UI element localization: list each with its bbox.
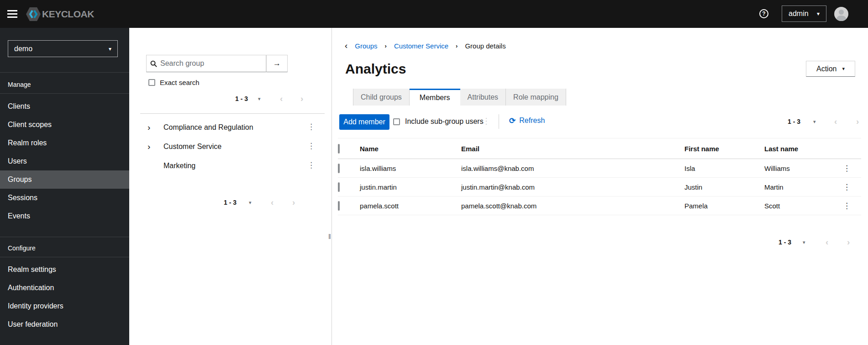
realm-select-value: demo [14,45,32,53]
select-all-checkbox[interactable] [338,144,340,154]
user-dropdown[interactable]: admin ▾ [782,5,826,22]
page-range[interactable]: 1 - 3 [224,199,237,206]
kebab-menu-icon[interactable]: ⋮ [307,123,315,131]
next-page-button[interactable]: › [856,117,859,126]
add-member-button[interactable]: Add member [339,114,389,130]
refresh-button[interactable]: ⟳ Refresh [509,117,545,125]
member-email: pamela.scott@knab.com [461,196,684,215]
chevron-down-icon[interactable]: ▾ [258,96,261,102]
group-name[interactable]: Customer Service [163,142,221,152]
page-range[interactable]: 1 - 3 [779,239,791,246]
kebab-menu-icon[interactable]: ⋮ [307,142,315,150]
sidebar-item-user-federation[interactable]: User federation [0,315,129,334]
kebab-menu-icon[interactable]: ⋮ [307,161,315,169]
action-label: Action [816,65,836,73]
group-search-field[interactable] [146,55,266,72]
member-username-link[interactable]: pamela.scott [360,196,461,215]
breadcrumb-separator-icon: › [456,42,458,49]
chevron-down-icon[interactable]: ▾ [803,239,805,245]
exact-search-label: Exact search [160,79,200,86]
tree-item-marketing[interactable]: Marketing ⋮ [129,157,332,176]
group-name[interactable]: Marketing [163,161,195,171]
sidebar-item-identity-providers[interactable]: Identity providers [0,297,129,315]
sidebar-item-authentication[interactable]: Authentication [0,279,129,297]
toolbar-kebab-menu-icon[interactable]: ⋮ [482,117,490,125]
row-kebab-menu-icon[interactable]: ⋮ [843,202,851,210]
brand-name: KEYCLOAK [42,9,94,20]
row-kebab-menu-icon[interactable]: ⋮ [843,183,851,191]
realm-select[interactable]: demo ▾ [8,40,118,57]
prev-page-button[interactable]: ‹ [834,117,837,126]
sidebar-item-client-scopes[interactable]: Client scopes [0,116,129,134]
column-header-email[interactable]: Email [461,138,684,159]
tab-role-mapping[interactable]: Role mapping [506,89,566,106]
member-last-name: Martin [764,178,843,196]
sidebar-item-users[interactable]: Users [0,152,129,170]
search-submit-button[interactable]: → [266,55,288,72]
page-range[interactable]: 1 - 3 [788,118,800,125]
column-header-last-name[interactable]: Last name [764,138,843,159]
row-checkbox[interactable] [338,201,340,211]
avatar[interactable] [834,7,848,21]
prev-page-button[interactable]: ‹ [280,94,283,103]
next-page-button[interactable]: › [292,198,295,207]
exact-search-control: Exact search [148,79,200,86]
chevron-down-icon[interactable]: ▾ [249,200,252,206]
sidebar-item-realm-roles[interactable]: Realm roles [0,134,129,152]
tree-item-compliance-and-regulation[interactable]: › Compliance and Regulation ⋮ [129,118,332,138]
sidebar-item-clients[interactable]: Clients [0,97,129,116]
column-header-first-name[interactable]: First name [684,138,764,159]
member-username-link[interactable]: justin.martin [360,178,461,196]
member-last-name: Scott [764,196,843,215]
member-username-link[interactable]: isla.williams [360,159,461,178]
divider [499,114,499,129]
prev-page-button[interactable]: ‹ [826,238,828,246]
breadcrumb: ‹ Groups › Customer Service › Group deta… [345,41,506,50]
next-page-button[interactable]: › [300,94,303,103]
action-dropdown-button[interactable]: Action ▾ [806,61,855,77]
chevron-down-icon: ▾ [817,11,820,17]
include-subgroup-label: Include sub-group users [405,117,484,126]
sidebar-item-realm-settings[interactable]: Realm settings [0,260,129,279]
include-subgroup-checkbox[interactable] [393,118,400,125]
sidebar-item-sessions[interactable]: Sessions [0,189,129,207]
chevron-down-icon[interactable]: ▾ [813,119,816,125]
section-label-manage: Manage [8,81,31,88]
keycloak-admin-console: KEYCLOAK ? admin ▾ demo ▾ Manage Clients… [0,0,868,345]
next-page-button[interactable]: › [847,238,850,246]
user-name: admin [789,10,809,18]
nav-toggle-hamburger-icon[interactable] [7,10,17,18]
groups-panel: → Exact search 1 - 3 ▾ ‹ › › Compliance … [129,28,332,345]
back-chevron-icon[interactable]: ‹ [345,41,347,50]
keycloak-logo: KEYCLOAK [26,6,94,22]
tab-members[interactable]: Members [410,89,460,106]
breadcrumb-current: Group details [465,42,505,50]
panel-resize-handle[interactable]: ‖ [328,233,331,240]
divider [0,72,129,73]
sidebar-item-events[interactable]: Events [0,207,129,225]
tree-item-customer-service[interactable]: › Customer Service ⋮ [129,138,332,157]
help-icon[interactable]: ? [759,9,768,18]
breadcrumb-link-groups[interactable]: Groups [355,42,377,50]
sidebar-item-groups[interactable]: Groups [0,170,129,189]
row-kebab-menu-icon[interactable]: ⋮ [843,164,851,173]
member-first-name: Isla [684,159,764,178]
prev-page-button[interactable]: ‹ [271,198,274,207]
search-input[interactable] [160,59,256,68]
table-header-row: Name Email First name Last name [338,138,861,159]
expand-chevron-icon[interactable]: › [147,142,150,152]
group-details-main: ‹ Groups › Customer Service › Group deta… [332,28,868,345]
tab-attributes[interactable]: Attributes [460,89,506,106]
row-checkbox[interactable] [338,164,340,173]
breadcrumb-link-customer-service[interactable]: Customer Service [394,42,448,50]
keycloak-logo-icon [26,6,41,22]
tab-child-groups[interactable]: Child groups [353,89,410,106]
column-header-name[interactable]: Name [360,138,461,159]
members-table: Name Email First name Last name isla.wil… [338,138,861,215]
exact-search-checkbox[interactable] [148,79,155,86]
expand-chevron-icon[interactable]: › [147,122,150,133]
group-name[interactable]: Compliance and Regulation [163,122,253,133]
row-checkbox[interactable] [338,182,340,192]
page-range[interactable]: 1 - 3 [235,95,248,102]
member-last-name: Williams [764,159,843,178]
